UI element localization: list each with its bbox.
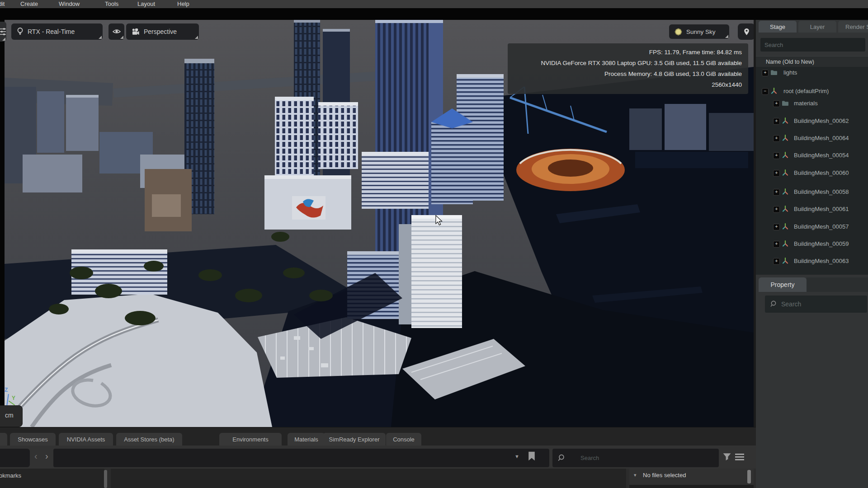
- browser-tab-simready[interactable]: SimReady Explorer: [323, 433, 386, 446]
- tree-row-label: BuildingMesh_00058: [794, 186, 849, 198]
- tab-label: SimReady Explorer: [329, 436, 380, 443]
- viewport-settings-button[interactable]: [0, 22, 6, 42]
- tab-stage[interactable]: Stage: [759, 21, 797, 33]
- tree-row-mesh[interactable]: + BuildingMesh_00063: [756, 255, 868, 267]
- tree-row-label: BuildingMesh_00054: [794, 149, 849, 161]
- tab-layer-label: Layer: [810, 23, 825, 30]
- camera-icon: [132, 28, 140, 35]
- tab-label: Asset Stores (beta): [124, 436, 174, 443]
- hud-gpu-line: NVIDIA GeForce RTX 3080 Laptop GPU: 3.5 …: [514, 58, 742, 69]
- stage-search-input[interactable]: [760, 38, 865, 52]
- tab-render-settings[interactable]: Render Settings: [838, 21, 868, 33]
- status-bar-footer: [629, 485, 754, 488]
- tree-row-mesh[interactable]: + BuildingMesh_00059: [756, 238, 868, 250]
- tree-row-mesh[interactable]: + BuildingMesh_00064: [756, 132, 868, 144]
- selection-status-bar[interactable]: ▾ No files selected: [629, 469, 754, 485]
- unit-button[interactable]: cm: [0, 405, 23, 427]
- xform-icon: [782, 169, 789, 176]
- browser-divider[interactable]: [626, 469, 629, 488]
- expand-icon[interactable]: +: [773, 189, 780, 196]
- bookmarks-scrollbar[interactable]: [104, 470, 107, 488]
- xform-icon: [782, 117, 789, 124]
- tree-row-mesh[interactable]: + BuildingMesh_00058: [756, 186, 868, 198]
- folder-icon: [770, 69, 778, 76]
- browser-tab-environments[interactable]: Environments: [219, 433, 282, 446]
- bookmark-icon[interactable]: [528, 451, 535, 461]
- expand-icon[interactable]: +: [773, 118, 780, 125]
- axis-y-label: Y: [12, 395, 15, 401]
- menu-bar: Edit Create Window Tools Layout Help: [0, 0, 868, 8]
- expand-icon[interactable]: +: [773, 170, 780, 177]
- browser-tab-console[interactable]: Console: [386, 433, 421, 446]
- menu-item-help[interactable]: Help: [177, 0, 189, 8]
- camera-button[interactable]: Perspective: [126, 23, 199, 40]
- list-view-icon[interactable]: [735, 454, 744, 460]
- tree-row-mesh[interactable]: + BuildingMesh_00061: [756, 203, 868, 215]
- browser-tab-asset-stores[interactable]: Asset Stores (beta): [116, 433, 182, 446]
- menu-item-create[interactable]: Create: [20, 0, 38, 8]
- menu-item-layout[interactable]: Layout: [137, 0, 155, 8]
- xform-icon: [770, 87, 778, 94]
- browser-divider[interactable]: [107, 469, 111, 488]
- tab-layer[interactable]: Layer: [798, 21, 836, 33]
- stage-column-header[interactable]: Name (Old to New): [756, 56, 868, 67]
- tree-row-mesh[interactable]: + BuildingMesh_00057: [756, 221, 868, 233]
- filter-icon[interactable]: [722, 453, 731, 461]
- tree-row-root[interactable]: − root (defaultPrim): [756, 85, 868, 97]
- tree-row-label: BuildingMesh_00060: [794, 167, 849, 179]
- xform-icon: [782, 188, 789, 195]
- browser-tab-partial[interactable]: [0, 433, 7, 446]
- status-scrollbar[interactable]: [747, 470, 751, 483]
- menu-item-window[interactable]: Window: [59, 0, 80, 8]
- browser-tab-nvidia-assets[interactable]: NVIDIA Assets: [59, 433, 113, 446]
- tree-row-mesh[interactable]: + BuildingMesh_00062: [756, 115, 868, 127]
- expand-icon[interactable]: +: [762, 70, 769, 76]
- expand-icon[interactable]: +: [773, 258, 780, 265]
- browser-tab-materials[interactable]: Materials: [288, 433, 325, 446]
- renderer-button[interactable]: RTX - Real-Time: [11, 23, 103, 40]
- browser-content-area[interactable]: [111, 469, 626, 488]
- browser-tab-showcases[interactable]: Showcases: [10, 433, 56, 446]
- expand-icon[interactable]: +: [773, 135, 780, 142]
- expand-icon[interactable]: +: [773, 241, 780, 248]
- tree-row-label: BuildingMesh_00062: [794, 115, 849, 127]
- expand-icon[interactable]: +: [773, 152, 780, 159]
- tree-row-mesh[interactable]: + BuildingMesh_00060: [756, 167, 868, 179]
- menu-item-edit[interactable]: Edit: [0, 0, 5, 8]
- tree-row-materials[interactable]: + materials: [756, 97, 868, 109]
- tree-row-mesh[interactable]: + BuildingMesh_00054: [756, 149, 868, 161]
- browser-left-control[interactable]: [0, 449, 30, 467]
- tab-render-settings-label: Render Settings: [845, 23, 868, 30]
- sun-icon: [675, 28, 682, 36]
- folder-icon: [782, 99, 789, 107]
- property-search-input[interactable]: [780, 296, 865, 313]
- menu-item-tools[interactable]: Tools: [105, 0, 118, 8]
- collapse-icon[interactable]: −: [762, 88, 769, 95]
- tab-property[interactable]: Property: [759, 277, 807, 292]
- path-dropdown-icon[interactable]: ▼: [514, 454, 519, 459]
- tab-label: Showcases: [18, 436, 47, 443]
- environment-button[interactable]: Sunny Sky: [669, 24, 729, 39]
- eye-icon: [113, 28, 121, 35]
- tab-label: Environments: [232, 436, 268, 443]
- tree-row-label: lights: [783, 66, 797, 79]
- visibility-button[interactable]: [108, 23, 124, 40]
- hud-fps-line: FPS: 11.79, Frame time: 84.82 ms: [514, 47, 742, 58]
- sliders-icon: [0, 27, 6, 36]
- back-arrow-icon[interactable]: ‹: [34, 451, 38, 461]
- hud-memory-line: Process Memory: 4.8 GiB used, 13.0 GiB a…: [514, 69, 742, 80]
- path-bar-input[interactable]: [53, 449, 549, 467]
- axis-z-label: Z: [5, 387, 8, 393]
- expand-icon[interactable]: +: [773, 206, 780, 213]
- forward-arrow-icon[interactable]: ›: [45, 451, 48, 461]
- collapse-caret-icon[interactable]: ▾: [634, 472, 637, 478]
- tree-row-lights[interactable]: + lights: [756, 66, 868, 79]
- lightbulb-icon: [17, 27, 24, 36]
- bookmarks-panel[interactable]: Bookmarks: [0, 469, 104, 488]
- expand-icon[interactable]: +: [773, 224, 780, 230]
- tree-row-label: BuildingMesh_00061: [794, 203, 849, 215]
- location-button[interactable]: [738, 23, 755, 40]
- expand-icon[interactable]: +: [773, 100, 780, 107]
- browser-search-input[interactable]: [552, 449, 719, 467]
- tab-property-label: Property: [771, 281, 795, 288]
